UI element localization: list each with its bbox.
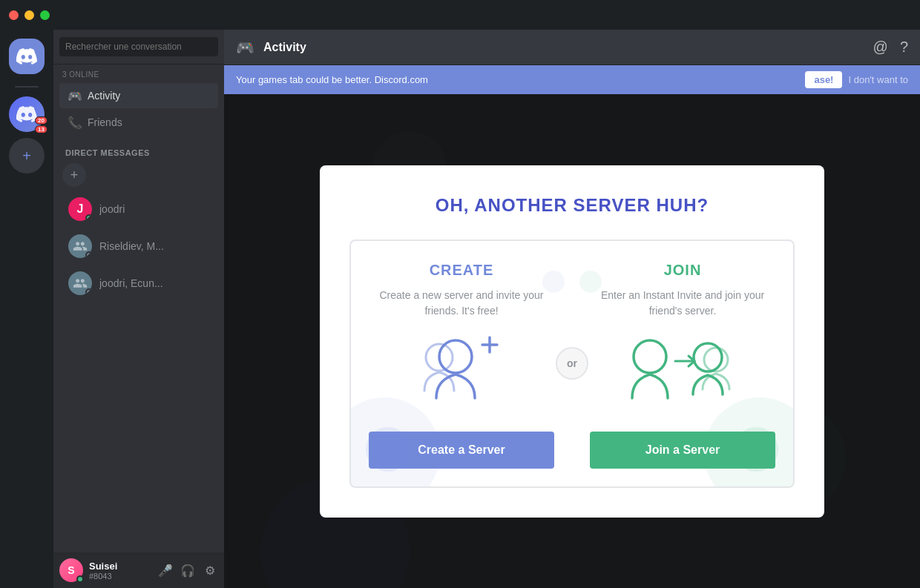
search-area bbox=[53, 30, 224, 65]
headphones-button[interactable]: 🎧 bbox=[180, 562, 196, 578]
dm-section-label: DIRECT MESSAGES bbox=[53, 136, 224, 160]
dm-item-1[interactable]: Riseldiev, M... bbox=[59, 228, 218, 264]
user-status-dot bbox=[76, 575, 84, 583]
dm-item-2[interactable]: joodri, Ecun... bbox=[59, 265, 218, 301]
channel-item-friends[interactable]: 📞 Friends bbox=[59, 110, 218, 135]
channel-sidebar: 3 ONLINE 🎮 Activity 📞 Friends DIRECT MES… bbox=[53, 30, 224, 588]
join-people-svg bbox=[623, 331, 742, 413]
window-bar bbox=[0, 0, 920, 30]
or-label: or bbox=[567, 357, 577, 369]
status-dot-online bbox=[85, 214, 92, 221]
user-panel: S Suisei #8043 🎤 🎧 ⚙ bbox=[53, 552, 224, 588]
status-dot-offline-2 bbox=[85, 288, 92, 295]
sidebar-divider bbox=[15, 86, 39, 87]
modal-dialog: OH, ANOTHER SERVER HUH? CREATE Create a … bbox=[320, 165, 824, 518]
notification-accept-button[interactable]: ase! bbox=[805, 71, 842, 88]
search-input[interactable] bbox=[59, 37, 218, 56]
user-name: Suisei bbox=[89, 561, 151, 572]
dm-name-1: Riseldiev, M... bbox=[99, 240, 164, 252]
notification-text: Your games tab could be better. Discord.… bbox=[236, 74, 428, 85]
join-type-label: JOIN bbox=[664, 262, 702, 279]
notification-dismiss-button[interactable]: I don't want to bbox=[848, 71, 908, 88]
app-container: 20 13 + 3 ONLINE 🎮 Activity bbox=[0, 0, 920, 588]
chat-area: 🎮 Activity @ ? Your games tab could be b… bbox=[224, 30, 920, 588]
add-dm-icon: + bbox=[62, 163, 86, 187]
user-info: Suisei #8043 bbox=[89, 561, 151, 581]
join-server-card: JOIN Enter an Instant Invite and join yo… bbox=[572, 240, 795, 488]
user-discriminator: #8043 bbox=[89, 572, 151, 581]
chat-content: OH, ANOTHER SERVER HUH? CREATE Create a … bbox=[224, 94, 920, 588]
phone-icon: 📞 bbox=[68, 116, 82, 129]
help-icon[interactable]: ? bbox=[900, 39, 908, 56]
settings-button[interactable]: ⚙ bbox=[202, 562, 218, 578]
app-inner: 20 13 + 3 ONLINE 🎮 Activity bbox=[0, 30, 920, 588]
user-controls: 🎤 🎧 ⚙ bbox=[157, 562, 218, 578]
activity-icon: 🎮 bbox=[68, 89, 82, 102]
maximize-window-button[interactable] bbox=[40, 10, 50, 20]
dm-name-2: joodri, Ecun... bbox=[99, 277, 163, 289]
svg-point-4 bbox=[634, 340, 666, 373]
or-divider: or bbox=[556, 347, 588, 380]
status-dot-offline-1 bbox=[85, 251, 92, 258]
at-icon[interactable]: @ bbox=[873, 39, 888, 56]
channel-hash-icon: 🎮 bbox=[236, 39, 254, 56]
user-avatar: S bbox=[59, 558, 83, 582]
notification-actions: ase! I don't want to bbox=[805, 71, 908, 88]
create-description: Create a new server and invite your frie… bbox=[369, 288, 554, 319]
microphone-button[interactable]: 🎤 bbox=[157, 562, 174, 578]
server-badge: 20 13 bbox=[35, 116, 47, 133]
server-icon-1[interactable]: 20 13 bbox=[9, 96, 45, 132]
add-dm-button[interactable]: + bbox=[53, 160, 224, 190]
dm-item-0[interactable]: J joodri bbox=[59, 191, 218, 227]
header-icons: @ ? bbox=[873, 39, 908, 56]
channel-list: 3 ONLINE 🎮 Activity 📞 Friends DIRECT MES… bbox=[53, 65, 224, 552]
add-server-button[interactable]: + bbox=[9, 138, 45, 174]
online-count: 3 ONLINE bbox=[53, 65, 224, 82]
join-description: Enter an Instant Invite and join your fr… bbox=[590, 288, 775, 319]
discord-logo[interactable] bbox=[9, 39, 45, 74]
create-people-svg bbox=[410, 331, 513, 413]
channel-name-activity: Activity bbox=[88, 90, 120, 102]
close-window-button[interactable] bbox=[9, 10, 19, 20]
modal-title: OH, ANOTHER SERVER HUH? bbox=[349, 195, 795, 216]
notification-bar: Your games tab could be better. Discord.… bbox=[224, 65, 920, 94]
create-server-card: CREATE Create a new server and invite yo… bbox=[349, 240, 572, 488]
modal-cards: CREATE Create a new server and invite yo… bbox=[349, 240, 795, 488]
create-illustration bbox=[402, 328, 521, 417]
join-server-button[interactable]: Join a Server bbox=[590, 432, 775, 469]
dm-avatar-1 bbox=[68, 234, 92, 258]
dm-name-0: joodri bbox=[99, 203, 125, 215]
server-sidebar: 20 13 + bbox=[0, 30, 53, 588]
create-type-label: CREATE bbox=[430, 262, 494, 279]
svg-point-1 bbox=[439, 340, 472, 373]
create-server-button[interactable]: Create a Server bbox=[369, 432, 554, 469]
chat-header: 🎮 Activity @ ? bbox=[224, 30, 920, 65]
channel-name-friends: Friends bbox=[88, 116, 122, 128]
dm-avatar-0: J bbox=[68, 197, 92, 221]
dm-avatar-2 bbox=[68, 271, 92, 295]
channel-item-activity[interactable]: 🎮 Activity bbox=[59, 83, 218, 108]
minimize-window-button[interactable] bbox=[24, 10, 34, 20]
modal-overlay: OH, ANOTHER SERVER HUH? CREATE Create a … bbox=[224, 94, 920, 588]
chat-title: Activity bbox=[263, 41, 306, 54]
join-illustration bbox=[623, 328, 742, 417]
